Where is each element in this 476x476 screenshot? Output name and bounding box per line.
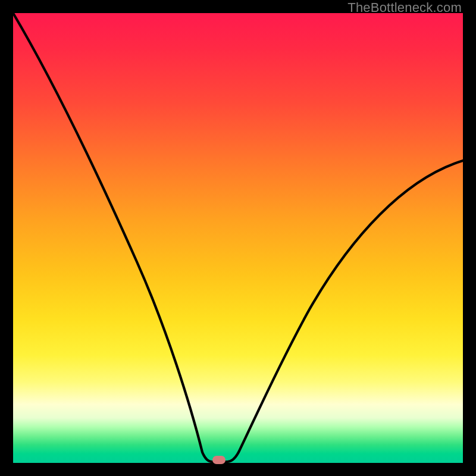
curve-layer	[0, 0, 476, 476]
valley-marker	[212, 456, 226, 464]
bottleneck-curve	[13, 13, 463, 462]
watermark-text: TheBottleneck.com	[347, 0, 462, 15]
chart-frame: TheBottleneck.com	[0, 0, 476, 476]
